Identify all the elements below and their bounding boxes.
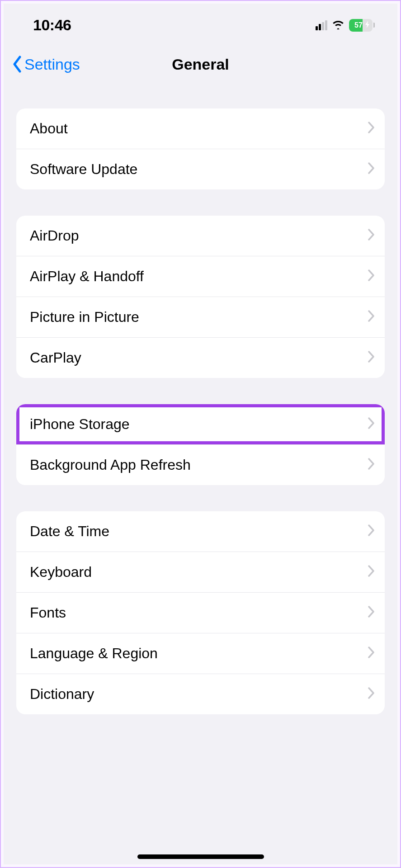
battery-icon: 57 (349, 19, 375, 32)
row-software-update[interactable]: Software Update (16, 149, 385, 189)
status-time: 10:46 (33, 16, 71, 34)
status-icons: 57 (316, 19, 375, 32)
chevron-right-icon (368, 686, 375, 703)
row-label: iPhone Storage (30, 416, 368, 433)
row-label: Language & Region (30, 645, 368, 662)
home-indicator[interactable] (137, 854, 264, 859)
row-label: Keyboard (30, 564, 368, 580)
row-label: AirDrop (30, 227, 368, 244)
row-iphone-storage[interactable]: iPhone Storage (16, 404, 385, 445)
row-label: AirPlay & Handoff (30, 268, 368, 285)
row-label: Software Update (30, 161, 368, 178)
chevron-right-icon (368, 604, 375, 621)
chevron-right-icon (368, 227, 375, 244)
row-label: Date & Time (30, 523, 368, 540)
back-button[interactable]: Settings (12, 56, 80, 73)
chevron-right-icon (368, 309, 375, 326)
row-label: Dictionary (30, 686, 368, 703)
back-label: Settings (24, 56, 80, 73)
navigation-bar: Settings General (4, 42, 397, 84)
row-about[interactable]: About (16, 108, 385, 149)
settings-list: About Software Update AirDrop AirPlay & … (4, 84, 397, 864)
row-label: Fonts (30, 604, 368, 621)
chevron-right-icon (368, 457, 375, 473)
page-title: General (172, 56, 229, 73)
row-label: Background App Refresh (30, 457, 368, 473)
wifi-icon (331, 19, 345, 31)
row-picture-in-picture[interactable]: Picture in Picture (16, 297, 385, 338)
row-label: About (30, 120, 368, 137)
chevron-right-icon (368, 523, 375, 540)
row-carplay[interactable]: CarPlay (16, 338, 385, 378)
chevron-right-icon (368, 120, 375, 137)
chevron-right-icon (368, 349, 375, 366)
chevron-right-icon (368, 416, 375, 433)
row-fonts[interactable]: Fonts (16, 593, 385, 633)
row-label: Picture in Picture (30, 309, 368, 326)
chevron-right-icon (368, 645, 375, 662)
chevron-right-icon (368, 161, 375, 178)
settings-group: About Software Update (16, 108, 385, 189)
chevron-left-icon (12, 56, 23, 73)
chevron-right-icon (368, 564, 375, 580)
row-date-time[interactable]: Date & Time (16, 511, 385, 552)
row-airdrop[interactable]: AirDrop (16, 216, 385, 256)
row-language-region[interactable]: Language & Region (16, 633, 385, 674)
row-label: CarPlay (30, 349, 368, 366)
cellular-signal-icon (316, 20, 327, 30)
settings-group: AirDrop AirPlay & Handoff Picture in Pic… (16, 216, 385, 378)
row-airplay-handoff[interactable]: AirPlay & Handoff (16, 256, 385, 297)
settings-group: iPhone Storage Background App Refresh (16, 404, 385, 485)
row-keyboard[interactable]: Keyboard (16, 552, 385, 593)
chevron-right-icon (368, 268, 375, 285)
settings-group: Date & Time Keyboard Fonts Language & Re… (16, 511, 385, 714)
status-bar: 10:46 57 (4, 4, 397, 42)
row-dictionary[interactable]: Dictionary (16, 674, 385, 714)
row-background-app-refresh[interactable]: Background App Refresh (16, 445, 385, 485)
